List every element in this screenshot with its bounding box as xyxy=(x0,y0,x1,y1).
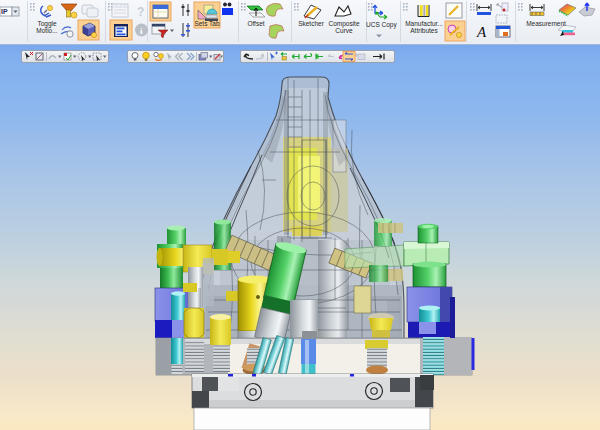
svg-text:?: ? xyxy=(137,5,144,19)
svg-text:IP: IP xyxy=(1,8,8,15)
svg-text:A: A xyxy=(476,24,487,40)
